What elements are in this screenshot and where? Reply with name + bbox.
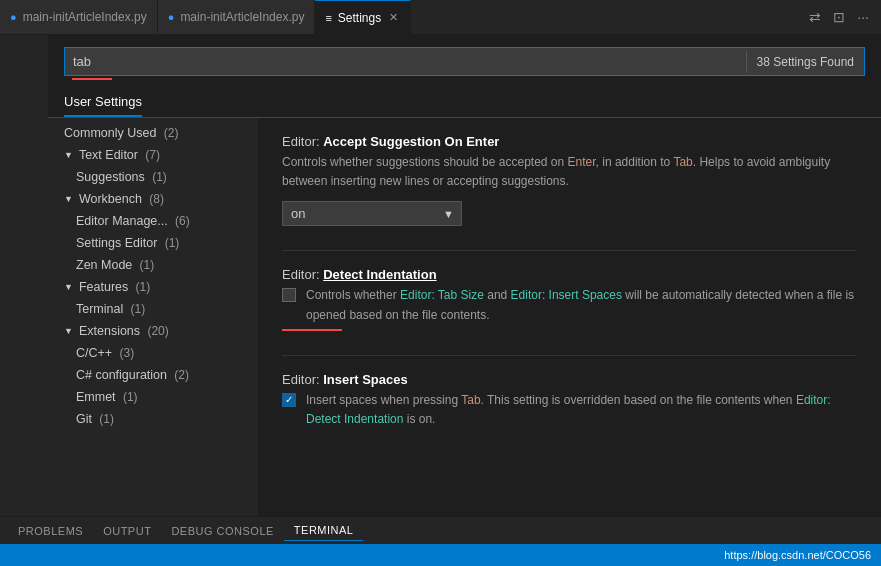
nav-suggestions[interactable]: Suggestions (1) <box>48 166 258 188</box>
nav-workbench[interactable]: ▼ Workbench (8) <box>48 188 258 210</box>
tab-output[interactable]: OUTPUT <box>93 521 161 541</box>
nav-emmet[interactable]: Emmet (1) <box>48 386 258 408</box>
nav-commonly-used[interactable]: Commonly Used (2) <box>48 122 258 144</box>
nav-extensions-label: Extensions <box>79 324 140 338</box>
tab-bar: ● main-initArticleIndex.py ● main-initAr… <box>0 0 881 35</box>
nav-emmet-count: (1) <box>120 390 138 404</box>
nav-suggestions-count: (1) <box>149 170 167 184</box>
detect-indentation-row: Controls whether Editor: Tab Size and Ed… <box>282 286 857 324</box>
tab-bar-actions: ⇄ ⊡ ··· <box>805 5 881 29</box>
layout-button[interactable]: ⊡ <box>829 5 849 29</box>
link-detect-indentation[interactable]: Editor: Detect Indentation <box>306 393 831 426</box>
sidebar-strip <box>0 35 48 516</box>
insert-spaces-row: Insert spaces when pressing Tab. This se… <box>282 391 857 429</box>
status-bar-url: https://blog.csdn.net/COCO56 <box>724 549 871 561</box>
nav-csharp-label: C# configuration <box>76 368 167 382</box>
nav-zen-mode[interactable]: Zen Mode (1) <box>48 254 258 276</box>
triangle-icon-workbench: ▼ <box>64 194 73 204</box>
nav-settings-editor-label: Settings Editor <box>76 236 157 250</box>
nav-emmet-label: Emmet <box>76 390 116 404</box>
tab-problems[interactable]: PROBLEMS <box>8 521 93 541</box>
bottom-panel-tabs: PROBLEMS OUTPUT DEBUG CONSOLE TERMINAL <box>0 516 881 544</box>
more-actions-button[interactable]: ··· <box>853 5 873 29</box>
nav-zen-mode-count: (1) <box>136 258 154 272</box>
search-bar-container: 38 Settings Found <box>48 35 881 88</box>
nav-git[interactable]: Git (1) <box>48 408 258 430</box>
tab-settings-label: Settings <box>338 11 381 25</box>
tab-debug-console[interactable]: DEBUG CONSOLE <box>161 521 283 541</box>
divider-2 <box>282 355 857 356</box>
nav-cpp-count: (3) <box>116 346 134 360</box>
setting-detect-indentation-desc: Controls whether Editor: Tab Size and Ed… <box>306 286 857 324</box>
nav-git-count: (1) <box>96 412 114 426</box>
nav-commonly-used-count: (2) <box>160 126 178 140</box>
tab-py1-label: main-initArticleIndex.py <box>23 10 147 24</box>
search-bar: 38 Settings Found <box>64 47 865 76</box>
nav-features[interactable]: ▼ Features (1) <box>48 276 258 298</box>
setting-select-wrapper: on off smart ▼ <box>282 201 462 226</box>
nav-commonly-used-label: Commonly Used <box>64 126 156 140</box>
status-bar: https://blog.csdn.net/COCO56 <box>0 544 881 566</box>
nav-panel: Commonly Used (2) ▼ Text Editor (7) Sugg… <box>48 118 258 516</box>
nav-cpp[interactable]: C/C++ (3) <box>48 342 258 364</box>
link-insert-spaces[interactable]: Editor: Insert Spaces <box>511 288 622 302</box>
search-underline <box>72 78 112 80</box>
tab-terminal[interactable]: TERMINAL <box>284 520 364 541</box>
nav-settings-editor-count: (1) <box>161 236 179 250</box>
search-results-badge: 38 Settings Found <box>746 51 864 73</box>
setting-bold-3: Insert Spaces <box>323 372 408 387</box>
nav-csharp-count: (2) <box>171 368 189 382</box>
link-enter[interactable]: Enter <box>568 155 596 169</box>
setting-accept-suggestion: Editor: Accept Suggestion On Enter Contr… <box>282 134 857 226</box>
setting-bold-1: Accept Suggestion On Enter <box>323 134 499 149</box>
nav-csharp[interactable]: C# configuration (2) <box>48 364 258 386</box>
tab-settings[interactable]: ≡ Settings ✕ <box>315 0 411 34</box>
setting-bold-2: Detect Indentation <box>323 267 436 282</box>
nav-extensions-count: (20) <box>144 324 169 338</box>
setting-prefix-1: Editor: <box>282 134 323 149</box>
nav-features-count: (1) <box>132 280 150 294</box>
tab-py1[interactable]: ● main-initArticleIndex.py <box>0 0 158 34</box>
nav-editor-manage[interactable]: Editor Manage... (6) <box>48 210 258 232</box>
setting-insert-spaces-title: Editor: Insert Spaces <box>282 372 857 387</box>
tab-settings-close[interactable]: ✕ <box>387 9 400 26</box>
nav-suggestions-label: Suggestions <box>76 170 145 184</box>
triangle-icon-features: ▼ <box>64 282 73 292</box>
split-editor-button[interactable]: ⇄ <box>805 5 825 29</box>
content-panel: Editor: Accept Suggestion On Enter Contr… <box>258 118 881 516</box>
nav-text-editor-label: Text Editor <box>79 148 138 162</box>
search-input[interactable] <box>65 48 746 75</box>
nav-editor-manage-label: Editor Manage... <box>76 214 168 228</box>
nav-cpp-label: C/C++ <box>76 346 112 360</box>
nav-terminal-label: Terminal <box>76 302 123 316</box>
nav-terminal[interactable]: Terminal (1) <box>48 298 258 320</box>
nav-zen-mode-label: Zen Mode <box>76 258 132 272</box>
nav-git-label: Git <box>76 412 92 426</box>
link-tab-1[interactable]: Tab <box>673 155 692 169</box>
setting-detect-indentation-title: Editor: Detect Indentation <box>282 267 857 282</box>
setting-accept-suggestion-title: Editor: Accept Suggestion On Enter <box>282 134 857 149</box>
two-panel: Commonly Used (2) ▼ Text Editor (7) Sugg… <box>48 118 881 516</box>
tab-user-settings[interactable]: User Settings <box>64 88 142 117</box>
tab-py2-label: main-initArticleIndex.py <box>180 10 304 24</box>
link-tab-size[interactable]: Editor: Tab Size <box>400 288 484 302</box>
nav-text-editor[interactable]: ▼ Text Editor (7) <box>48 144 258 166</box>
setting-prefix-2: Editor: <box>282 267 323 282</box>
triangle-icon-extensions: ▼ <box>64 326 73 336</box>
insert-spaces-checkbox[interactable] <box>282 393 296 407</box>
link-tab-2[interactable]: Tab <box>461 393 480 407</box>
accept-suggestion-select[interactable]: on off smart <box>282 201 462 226</box>
nav-features-label: Features <box>79 280 128 294</box>
setting-accept-suggestion-desc: Controls whether suggestions should be a… <box>282 153 857 191</box>
checkbox-underline <box>282 329 342 331</box>
nav-settings-editor[interactable]: Settings Editor (1) <box>48 232 258 254</box>
nav-workbench-label: Workbench <box>79 192 142 206</box>
python-icon-2: ● <box>168 11 175 23</box>
setting-insert-spaces-desc: Insert spaces when pressing Tab. This se… <box>306 391 857 429</box>
nav-text-editor-count: (7) <box>142 148 160 162</box>
tab-py2[interactable]: ● main-initArticleIndex.py <box>158 0 316 34</box>
python-icon: ● <box>10 11 17 23</box>
nav-extensions[interactable]: ▼ Extensions (20) <box>48 320 258 342</box>
nav-terminal-count: (1) <box>127 302 145 316</box>
detect-indentation-checkbox[interactable] <box>282 288 296 302</box>
